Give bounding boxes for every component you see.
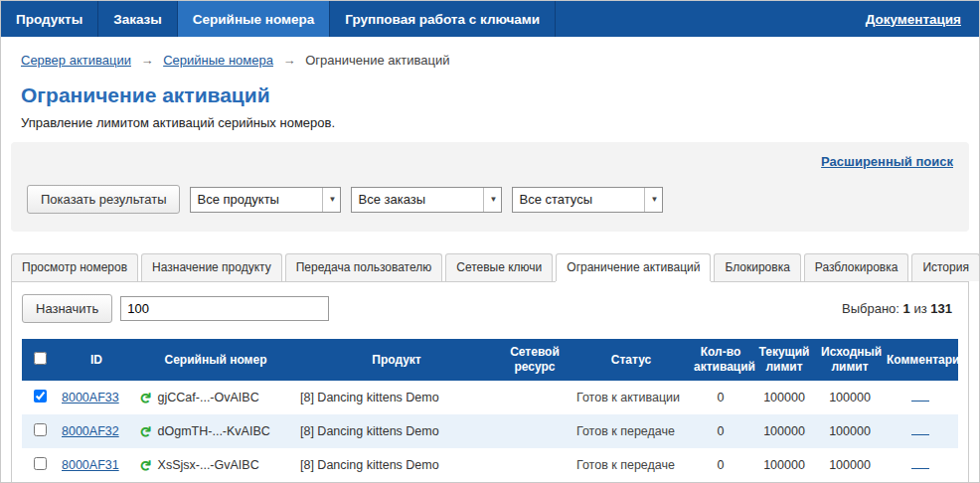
status-cell: Готов к передаче	[576, 458, 675, 472]
serial-numbers-table: ID Серийный номер Продукт Сетевой ресурс…	[22, 339, 958, 482]
col-header-current-limit: Текущий лимит	[751, 339, 817, 381]
orders-filter-wrap: Все заказы	[351, 187, 502, 213]
breadcrumb-separator: →	[283, 53, 296, 68]
select-all-checkbox[interactable]	[34, 352, 47, 365]
selected-counter: Выбрано: 1 из 131	[842, 301, 958, 316]
selected-label: Выбрано:	[842, 301, 899, 316]
current-limit-cell: 100000	[751, 448, 817, 482]
nav-item-serial-numbers[interactable]: Серийные номера	[178, 1, 331, 37]
col-header-activation-count: Кол-во активаций	[690, 339, 751, 381]
col-header-status: Статус	[572, 339, 690, 381]
selected-of: из	[913, 301, 926, 316]
orders-filter-select[interactable]: Все заказы	[351, 187, 502, 213]
serial-id-link[interactable]: 8000AF32	[62, 424, 119, 438]
initial-limit-cell: 100000	[817, 381, 883, 414]
tab-bar: Просмотр номеров Назначение продукту Пер…	[11, 253, 969, 281]
initial-limit-cell: 100000	[817, 448, 883, 482]
col-header-comment: Комментарий	[883, 339, 958, 381]
current-limit-cell: 100000	[751, 381, 817, 414]
network-resource-cell	[497, 381, 572, 414]
table-row: 8000AF33 ↻gjCCaf-...-OvAIBC [8] Dancing …	[22, 381, 958, 414]
comment-edit-link[interactable]	[911, 393, 929, 402]
activation-limit-panel: Назначить Выбрано: 1 из 131 ID Серийный …	[11, 281, 969, 483]
initial-limit-cell: 100000	[817, 414, 883, 448]
tab-network-keys[interactable]: Сетевые ключи	[445, 253, 553, 281]
serial-number: dOgmTH-...-KvAIBC	[158, 424, 270, 438]
col-header-id: ID	[58, 339, 135, 381]
selected-total: 131	[930, 301, 952, 316]
tab-assign-product[interactable]: Назначение продукту	[141, 253, 282, 281]
col-header-network-resource: Сетевой ресурс	[497, 339, 572, 381]
serial-number: XsSjsx-...-GvAIBC	[158, 458, 259, 472]
advanced-search-link[interactable]: Расширенный поиск	[821, 154, 953, 169]
product-cell: [8] Dancing kittens Demo	[296, 414, 497, 448]
col-header-serial: Серийный номер	[135, 339, 296, 381]
status-cell: Готов к передаче	[576, 424, 675, 438]
tab-view-numbers[interactable]: Просмотр номеров	[11, 253, 138, 281]
table-row: 8000AF32 ↻dOgmTH-...-KvAIBC [8] Dancing …	[22, 414, 958, 448]
network-resource-cell	[497, 414, 572, 448]
current-limit-cell: 100000	[751, 414, 817, 448]
breadcrumb-separator: →	[141, 53, 154, 68]
filter-panel: Расширенный поиск Показать результаты Вс…	[11, 142, 969, 232]
breadcrumb-link-serial-numbers[interactable]: Серийные номера	[163, 53, 273, 68]
product-cell: [8] Dancing kittens Demo	[296, 448, 497, 482]
tab-transfer-to-user[interactable]: Передача пользователю	[285, 253, 443, 281]
breadcrumb: Сервер активации → Серийные номера → Огр…	[1, 37, 979, 68]
col-header-initial-limit: Исходный лимит	[817, 339, 883, 381]
green-circular-arrow-icon: ↻	[138, 425, 153, 438]
serial-number: gjCCaf-...-OvAIBC	[158, 391, 259, 404]
table-row: 8000AF31 ↻XsSjsx-...-GvAIBC [8] Dancing …	[22, 448, 958, 482]
activations-cell: 0	[690, 381, 751, 414]
tab-lock[interactable]: Блокировка	[714, 253, 800, 281]
assign-button[interactable]: Назначить	[22, 294, 112, 323]
comment-edit-link[interactable]	[911, 426, 929, 435]
toolbar: Назначить Выбрано: 1 из 131	[12, 282, 968, 335]
comment-edit-link[interactable]	[911, 460, 929, 469]
selected-count: 1	[903, 301, 910, 316]
row-checkbox[interactable]	[34, 390, 47, 402]
serial-id-link[interactable]: 8000AF33	[62, 391, 119, 404]
serial-id-link[interactable]: 8000AF31	[62, 458, 119, 472]
nav-item-orders[interactable]: Заказы	[98, 1, 178, 37]
page-subtitle: Управление лимитом активаций серийных но…	[21, 115, 959, 130]
green-circular-arrow-icon: ↻	[138, 459, 153, 472]
tab-activation-limit[interactable]: Ограничение активаций	[556, 253, 711, 281]
nav-item-group-key-work[interactable]: Групповая работа с ключами	[330, 1, 556, 37]
products-filter-select[interactable]: Все продукты	[190, 187, 341, 213]
tab-history[interactable]: История	[911, 253, 980, 281]
product-cell: [8] Dancing kittens Demo	[296, 381, 497, 414]
limit-input[interactable]	[120, 296, 329, 321]
show-results-button[interactable]: Показать результаты	[27, 185, 180, 214]
breadcrumb-link-activation-server[interactable]: Сервер активации	[21, 53, 131, 68]
row-checkbox[interactable]	[34, 423, 47, 436]
table-header-row: ID Серийный номер Продукт Сетевой ресурс…	[22, 339, 958, 381]
top-navigation: Продукты Заказы Серийные номера Группова…	[1, 1, 979, 37]
nav-item-products[interactable]: Продукты	[1, 1, 98, 37]
green-circular-arrow-icon: ↻	[138, 392, 153, 404]
col-header-product: Продукт	[296, 339, 497, 381]
documentation-link[interactable]: Документация	[866, 12, 961, 27]
activations-cell: 0	[690, 448, 751, 482]
statuses-filter-select[interactable]: Все статусы	[512, 187, 663, 213]
status-cell: Готов к активации	[576, 391, 680, 404]
network-resource-cell	[497, 448, 572, 482]
activations-cell: 0	[690, 414, 751, 448]
statuses-filter-wrap: Все статусы	[512, 187, 663, 213]
tab-unlock[interactable]: Разблокировка	[804, 253, 909, 281]
products-filter-wrap: Все продукты	[190, 187, 341, 213]
breadcrumb-current: Ограничение активаций	[305, 53, 449, 68]
page-title: Ограничение активаций	[21, 83, 959, 107]
row-checkbox[interactable]	[34, 457, 47, 470]
